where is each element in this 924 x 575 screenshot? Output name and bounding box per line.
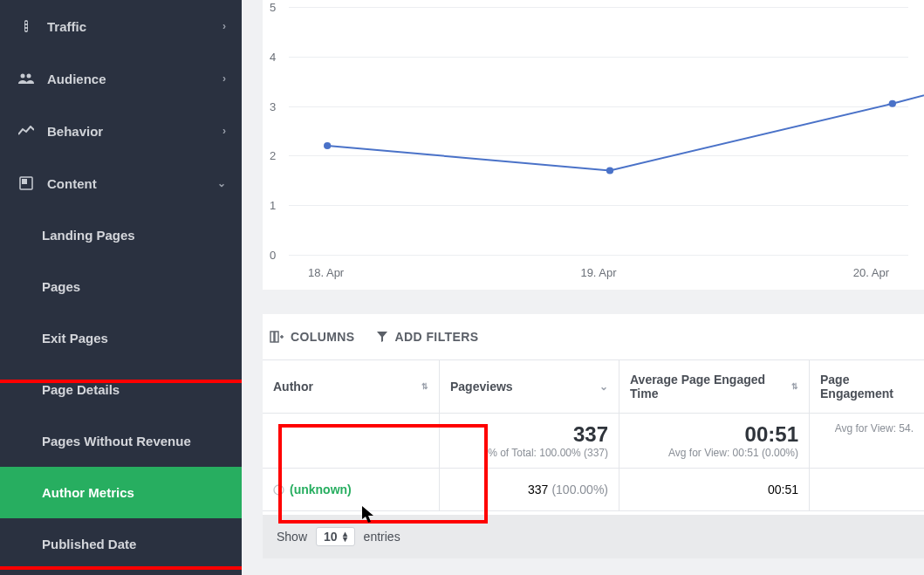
x-tick-label: 18. Apr [308,266,344,279]
nav-traffic[interactable]: Traffic › [0,0,242,52]
y-tick-label: 3 [270,99,276,113]
table-toolbar: COLUMNS ADD FILTERS [263,314,924,359]
svg-point-4 [21,74,25,79]
sort-icon: ⇅ [791,383,798,391]
svg-point-3 [25,29,28,31]
footer-entries-label: entries [364,530,400,544]
chevron-down-icon: ⌄ [217,177,226,189]
sidebar-item-exit-pages[interactable]: Exit Pages [0,312,242,364]
sidebar: Traffic › Audience › Behavior › Content … [0,0,242,575]
chevron-right-icon: › [222,72,226,85]
svg-point-5 [27,74,31,79]
svg-rect-12 [275,332,278,342]
chart-card: 01234518. Apr19. Apr20. Apr [263,0,924,290]
traffic-icon [16,19,37,33]
columns-button[interactable]: COLUMNS [270,330,355,344]
th-engagement[interactable]: Page Engagement [809,360,924,413]
sidebar-item-author-metrics[interactable]: Author Metrics [0,467,242,518]
columns-icon [270,330,284,344]
table-row: (unknown) 337 (100.00%) 00:51 [263,469,924,511]
summary-avg-time: 00:51 Avg for View: 00:51 (0.00%) [619,414,809,468]
cell-avg-time: 00:51 [619,469,809,510]
nav-behavior[interactable]: Behavior › [0,105,242,157]
x-tick-label: 20. Apr [853,266,889,279]
x-tick-label: 19. Apr [580,266,616,279]
sidebar-item-pages[interactable]: Pages [0,261,242,312]
th-avg-time[interactable]: Average Page Engaged Time ⇅ [619,360,809,413]
line-chart[interactable]: 01234518. Apr19. Apr20. Apr [266,7,908,281]
svg-point-10 [889,100,896,107]
y-tick-label: 4 [270,50,276,63]
add-filters-button[interactable]: ADD FILTERS [376,330,479,344]
nav-label: Behavior [47,124,103,139]
content-icon [16,176,37,190]
chevron-right-icon: › [222,20,226,32]
select-arrows-icon: ▴▾ [343,531,347,542]
chevron-right-icon: › [222,125,226,137]
cursor-icon [362,506,374,524]
sidebar-item-page-details[interactable]: Page Details [0,364,242,415]
behavior-icon [16,126,37,136]
main-content: 01234518. Apr19. Apr20. Apr COLUMNS ADD … [242,0,924,575]
sidebar-item-pages-without-revenue[interactable]: Pages Without Revenue [0,415,242,467]
svg-point-1 [25,22,28,24]
sort-icon: ⇅ [421,383,428,391]
footer-show-label: Show [277,530,307,544]
sidebar-item-landing-pages[interactable]: Landing Pages [0,209,242,261]
nav-label: Traffic [47,19,86,34]
filter-icon [376,331,388,343]
svg-rect-11 [270,332,274,342]
nav-label: Content [47,176,97,191]
svg-point-9 [606,167,613,174]
svg-point-2 [25,25,28,28]
cell-author[interactable]: (unknown) [263,469,439,510]
svg-rect-7 [22,179,27,184]
nav-audience[interactable]: Audience › [0,52,242,105]
row-select-icon [273,484,284,496]
th-pageviews[interactable]: Pageviews ⌄ [439,360,619,413]
nav-label: Audience [47,72,106,86]
y-tick-label: 0 [270,249,276,262]
th-author[interactable]: Author ⇅ [263,360,439,413]
svg-point-15 [274,485,284,495]
cell-engagement [809,469,924,510]
svg-point-8 [324,142,331,149]
sort-down-icon: ⌄ [599,381,608,392]
nav-content[interactable]: Content ⌄ [0,157,242,209]
summary-pageviews: 337 % of Total: 100.00% (337) [439,414,619,468]
sidebar-item-published-date[interactable]: Published Date [0,518,242,570]
y-tick-label: 2 [270,149,276,162]
y-tick-label: 5 [270,1,276,14]
entries-select[interactable]: 10 ▴▾ [316,527,355,546]
y-tick-label: 1 [270,199,276,212]
summary-row: 337 % of Total: 100.00% (337) 00:51 Avg … [263,414,924,469]
cell-pageviews: 337 (100.00%) [439,469,619,510]
summary-engagement: Avg for View: 54. [809,414,924,468]
audience-icon [16,72,37,85]
table-header: Author ⇅ Pageviews ⌄ Average Page Engage… [263,359,924,414]
